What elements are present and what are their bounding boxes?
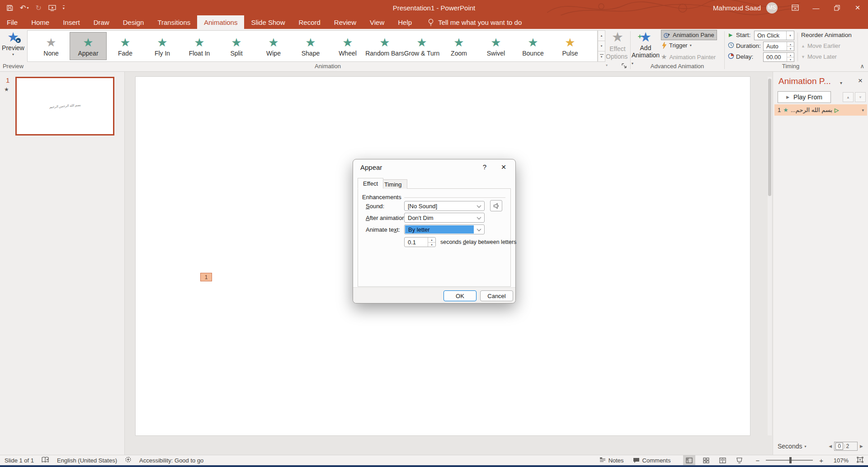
tab-review[interactable]: Review: [327, 15, 363, 29]
seconds-caret-icon[interactable]: ▾: [804, 444, 806, 448]
gallery-item-zoom[interactable]: ★Zoom: [440, 32, 477, 60]
reading-view-button[interactable]: [717, 455, 729, 465]
animation-number-tag[interactable]: 1: [200, 273, 212, 281]
pane-menu-caret-icon[interactable]: ▾: [840, 80, 842, 85]
sound-volume-button[interactable]: [490, 200, 502, 211]
item-caret-icon[interactable]: ▾: [862, 108, 864, 112]
save-icon[interactable]: [6, 5, 13, 11]
tab-file[interactable]: File: [0, 15, 24, 29]
duration-up-icon[interactable]: ▴: [787, 42, 794, 47]
gallery-item-pulse[interactable]: ★Pulse: [552, 32, 589, 60]
play-from-button[interactable]: ▶ Play From: [778, 91, 831, 103]
tab-record[interactable]: Record: [292, 15, 327, 29]
gallery-expand-button[interactable]: ▾: [598, 51, 605, 62]
sound-combo-chevron-icon[interactable]: [474, 201, 484, 210]
gallery-item-none[interactable]: ★None: [33, 32, 70, 60]
tab-transitions[interactable]: Transitions: [151, 15, 197, 29]
notes-button[interactable]: Notes: [599, 457, 624, 464]
start-combo-caret-icon[interactable]: ▾: [786, 31, 794, 40]
dialog-close-icon[interactable]: ×: [498, 162, 509, 172]
collapse-ribbon-button[interactable]: ∧: [860, 63, 864, 70]
tab-view[interactable]: View: [363, 15, 391, 29]
slide-thumbnail[interactable]: بسم الله الرحمن الرحيم: [15, 77, 114, 135]
normal-view-button[interactable]: [683, 455, 695, 465]
delay-spin-up-icon[interactable]: ▴: [428, 238, 435, 243]
animate-text-combobox[interactable]: By letter: [404, 224, 485, 234]
gallery-item-fly-in[interactable]: ★Fly In: [144, 32, 181, 60]
delay-spin-down-icon[interactable]: ▾: [428, 243, 435, 247]
fit-slide-button[interactable]: [857, 457, 863, 464]
gallery-scroll-down-button[interactable]: ▾: [598, 41, 605, 51]
ok-button[interactable]: OK: [443, 290, 476, 301]
canvas-scrollbar-thumb[interactable]: [768, 79, 771, 196]
slide-sorter-view-button[interactable]: [700, 455, 712, 465]
zoom-level[interactable]: 107%: [831, 457, 849, 464]
pane-close-icon[interactable]: ×: [858, 76, 863, 85]
after-animation-combobox[interactable]: Don't Dim: [404, 213, 485, 223]
zoom-in-button[interactable]: +: [819, 457, 823, 464]
zoom-out-button[interactable]: −: [755, 457, 760, 464]
slide-animation-indicator-icon[interactable]: ★: [4, 86, 9, 93]
animation-list-item[interactable]: 1 ★ ...بسم الله الرحم ▷ ▾: [774, 104, 867, 116]
tab-draw[interactable]: Draw: [87, 15, 116, 29]
slide-show-view-button[interactable]: [733, 455, 745, 465]
after-combo-chevron-icon[interactable]: [474, 213, 484, 222]
tab-home[interactable]: Home: [24, 15, 56, 29]
minimize-button[interactable]: —: [806, 0, 826, 15]
tab-animations[interactable]: Animations: [197, 15, 244, 29]
timeline-zoom-in-icon[interactable]: ▶: [858, 444, 865, 448]
timeline-zoom-out-icon[interactable]: ◀: [826, 444, 834, 448]
gallery-item-wheel[interactable]: ★Wheel: [329, 32, 366, 60]
start-combobox[interactable]: On Click ▾: [754, 31, 794, 40]
user-avatar[interactable]: MS: [766, 2, 778, 14]
cancel-button[interactable]: Cancel: [480, 290, 513, 301]
seconds-dropdown[interactable]: Seconds: [778, 443, 802, 450]
sound-combobox[interactable]: [No Sound]: [404, 201, 485, 211]
timeline-zoom-box[interactable]: 0 | 2: [834, 442, 858, 451]
delay-down-icon[interactable]: ▾: [787, 57, 794, 61]
proofing-icon[interactable]: [42, 457, 49, 464]
tab-help[interactable]: Help: [391, 15, 419, 29]
gallery-item-swivel[interactable]: ★Swivel: [477, 32, 514, 60]
duration-down-icon[interactable]: ▾: [787, 47, 794, 51]
accessibility-status[interactable]: Accessibility: Good to go: [139, 457, 203, 464]
gallery-scroll-up-button[interactable]: ▴: [598, 30, 605, 41]
zoom-slider-thumb[interactable]: [789, 457, 792, 463]
user-name[interactable]: Mahmoud Saad: [713, 4, 761, 12]
animation-pane-button[interactable]: Animation Pane: [661, 30, 717, 40]
gallery-item-appear[interactable]: ★Appear: [70, 32, 107, 60]
animate-combo-chevron-icon[interactable]: [474, 225, 484, 234]
tab-slide-show[interactable]: Slide Show: [244, 15, 292, 29]
preview-caret-icon[interactable]: ▾: [12, 52, 14, 56]
canvas-scrollbar[interactable]: [768, 77, 772, 435]
customize-qat-button[interactable]: ▾: [63, 5, 65, 10]
gallery-item-grow-turn[interactable]: ★Grow & Turn: [403, 32, 440, 60]
comments-button[interactable]: Comments: [633, 457, 671, 464]
accessibility-icon[interactable]: [125, 456, 132, 464]
slide-info[interactable]: Slide 1 of 1: [5, 457, 34, 464]
gallery-item-float-in[interactable]: ★Float In: [181, 32, 218, 60]
ribbon-display-options-button[interactable]: [785, 0, 806, 15]
language-status[interactable]: English (United States): [57, 457, 117, 464]
delay-up-icon[interactable]: ▴: [787, 53, 794, 57]
gallery-item-split[interactable]: ★Split: [218, 32, 255, 60]
add-animation-button[interactable]: ★＋ Add Animation ▾: [632, 30, 659, 67]
tab-design[interactable]: Design: [116, 15, 151, 29]
preview-button[interactable]: ★ ▶ Preview ▾: [0, 30, 26, 56]
start-slideshow-button[interactable]: [48, 5, 56, 11]
trigger-button[interactable]: Trigger ▾: [662, 42, 692, 49]
zoom-slider[interactable]: [766, 460, 813, 461]
gallery-item-shape[interactable]: ★Shape: [292, 32, 329, 60]
animation-dialog-launcher[interactable]: [621, 63, 627, 69]
close-button[interactable]: ×: [847, 0, 868, 15]
letter-delay-spinner[interactable]: 0.1 ▴▾: [404, 237, 436, 247]
tell-me-search[interactable]: Tell me what you want to do: [428, 15, 522, 29]
tab-insert[interactable]: Insert: [56, 15, 87, 29]
gallery-item-wipe[interactable]: ★Wipe: [255, 32, 292, 60]
duration-spinner[interactable]: Auto ▴▾: [763, 42, 794, 51]
undo-button[interactable]: ↶▾: [20, 4, 28, 12]
gallery-item-random-bars[interactable]: ★Random Bars: [366, 32, 403, 60]
delay-spinner[interactable]: 00.00 ▴▾: [763, 52, 794, 62]
dialog-tab-effect[interactable]: Effect: [358, 178, 383, 189]
gallery-item-fade[interactable]: ★Fade: [107, 32, 144, 60]
